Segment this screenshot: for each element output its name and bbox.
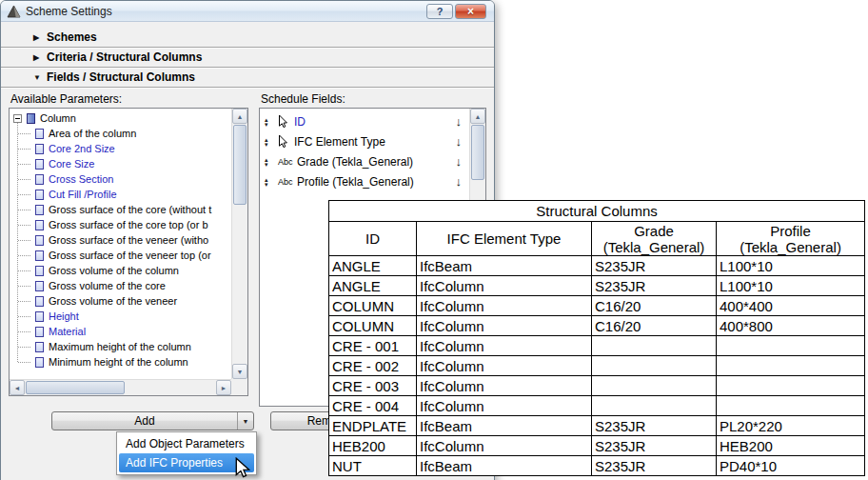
section-criteria[interactable]: ▶ Criteria / Structural Columns xyxy=(1,48,494,68)
parameter-icon xyxy=(35,190,44,200)
table-cell: IfcColumn xyxy=(417,376,592,396)
scroll-up-button[interactable]: ▲ xyxy=(470,109,485,124)
tree-item[interactable]: Gross surface of the veneer (witho xyxy=(10,232,231,248)
add-button[interactable]: Add ▼ xyxy=(51,411,254,430)
move-handle-icon[interactable]: ▴▾ xyxy=(265,117,274,127)
table-header-row: IDIFC Element TypeGrade(Tekla_General)Pr… xyxy=(329,222,865,256)
scroll-right-button[interactable]: ► xyxy=(216,380,231,395)
tree-item[interactable]: Gross surface of the core top (or b xyxy=(10,217,231,232)
tree-item[interactable]: Cut Fill /Profile xyxy=(10,187,231,202)
scrollbar-thumb[interactable] xyxy=(26,381,125,394)
down-arrow-icon[interactable]: ↓ xyxy=(456,174,463,189)
tree-item-label: Cross Section xyxy=(49,173,113,185)
parameter-tree[interactable]: Column Area of the columnCore 2nd SizeCo… xyxy=(10,109,231,379)
column-icon xyxy=(27,113,35,124)
screen: Scheme Settings ? × ▶ Schemes ▶ Criteria… xyxy=(0,0,868,480)
down-arrow-icon[interactable]: ↓ xyxy=(456,114,463,129)
tree-item[interactable]: Area of the column xyxy=(10,126,231,141)
scrollbar-corner xyxy=(231,379,247,395)
table-cell: S235JR xyxy=(592,436,717,456)
tree-item[interactable]: Gross surface of the veneer top (or xyxy=(10,248,231,263)
table-cell: COLUMN xyxy=(329,316,417,336)
parameter-tree-items: Area of the columnCore 2nd SizeCore Size… xyxy=(10,126,231,370)
table-cell: S235JR xyxy=(592,256,717,276)
cursor-icon xyxy=(278,114,291,129)
column-header-line1: Profile xyxy=(717,223,864,239)
menu-item-add-ifc-properties[interactable]: Add IFC Properties xyxy=(119,453,254,472)
table-column-header: ID xyxy=(329,222,417,256)
tree-item[interactable]: Core 2nd Size xyxy=(10,141,231,156)
table-cell: 400*400 xyxy=(717,296,865,316)
table-cell: CRE - 002 xyxy=(329,356,417,376)
section-schemes[interactable]: ▶ Schemes xyxy=(1,28,494,48)
table-row: COLUMNIfcColumnC16/20400*400 xyxy=(329,296,865,316)
table-cell xyxy=(717,336,865,356)
tree-item[interactable]: Gross volume of the column xyxy=(10,263,231,278)
table-row: CRE - 004IfcColumn xyxy=(329,396,865,416)
tree-item[interactable]: Cross Section xyxy=(10,171,231,187)
add-dropdown-arrow[interactable]: ▼ xyxy=(237,412,253,430)
schedule-field-row[interactable]: ▴▾AbcProfile (Tekla_General)↓ xyxy=(260,171,469,191)
move-handle-icon[interactable]: ▴▾ xyxy=(265,157,274,167)
tree-root-column[interactable]: Column xyxy=(10,110,231,126)
tree-item[interactable]: Minimum height of the column xyxy=(10,354,231,370)
tree-item[interactable]: Gross volume of the veneer xyxy=(10,293,231,309)
tree-item[interactable]: Core Size xyxy=(10,156,231,171)
mouse-cursor xyxy=(235,457,250,480)
table-row: CRE - 002IfcColumn xyxy=(329,356,865,376)
schedule-field-label: Grade (Tekla_General) xyxy=(297,155,413,169)
tree-item-label: Gross surface of the core top (or b xyxy=(49,219,208,230)
archicad-logo-icon xyxy=(7,5,21,18)
schedule-field-row[interactable]: ▴▾AbcGrade (Tekla_General)↓ xyxy=(260,151,469,171)
collapse-minus-icon[interactable] xyxy=(13,114,22,123)
parameter-icon xyxy=(35,174,44,185)
parameter-icon xyxy=(35,250,44,261)
parameter-icon xyxy=(35,342,44,352)
tree-item[interactable]: Height xyxy=(10,309,231,324)
table-cell: IfcColumn xyxy=(417,296,592,316)
tree-vertical-scrollbar[interactable]: ▲ ▼ xyxy=(231,109,247,379)
table-row: ANGLEIfcBeamS235JRL100*10 xyxy=(329,256,865,276)
column-header-line1: ID xyxy=(329,230,416,247)
table-cell: IfcColumn xyxy=(417,356,592,376)
scroll-left-button[interactable]: ◄ xyxy=(10,380,25,395)
table-column-header: IFC Element Type xyxy=(417,222,592,256)
move-handle-icon[interactable]: ▴▾ xyxy=(265,177,274,187)
available-parameters-panel: Column Area of the columnCore 2nd SizeCo… xyxy=(9,108,248,396)
menu-item-add-object-parameters[interactable]: Add Object Parameters xyxy=(119,434,254,453)
table-cell: PL20*220 xyxy=(717,416,865,436)
column-header-line1: IFC Element Type xyxy=(417,230,591,247)
title-bar[interactable]: Scheme Settings ? × xyxy=(1,1,494,22)
scroll-down-button[interactable]: ▼ xyxy=(232,364,247,379)
parameter-icon xyxy=(35,144,44,154)
tree-item[interactable]: Gross surface of the core (without t xyxy=(10,202,231,217)
section-fields[interactable]: ▼ Fields / Structural Columns xyxy=(1,68,494,88)
chevron-down-icon: ▼ xyxy=(33,68,41,88)
table-body: ANGLEIfcBeamS235JRL100*10ANGLEIfcColumnS… xyxy=(329,256,865,476)
column-header-line2: (Tekla_General) xyxy=(592,239,716,255)
scroll-up-button[interactable]: ▲ xyxy=(232,109,247,124)
table-cell: NUT xyxy=(329,456,417,476)
tree-horizontal-scrollbar[interactable]: ◄ ► xyxy=(10,379,231,395)
abc-icon: Abc xyxy=(278,157,296,167)
down-arrow-icon[interactable]: ↓ xyxy=(456,134,463,149)
parameter-icon xyxy=(35,327,44,337)
chevron-right-icon: ▶ xyxy=(33,48,39,68)
cursor-icon xyxy=(278,134,291,149)
tree-item[interactable]: Material xyxy=(10,324,231,339)
close-button[interactable]: × xyxy=(455,4,486,19)
tree-item-label: Cut Fill /Profile xyxy=(49,189,117,200)
move-handle-icon[interactable]: ▴▾ xyxy=(265,137,274,147)
schedule-field-row[interactable]: ▴▾IFC Element Type↓ xyxy=(260,131,469,151)
scrollbar-thumb[interactable] xyxy=(233,125,247,205)
scrollbar-thumb[interactable] xyxy=(471,125,484,180)
tree-item[interactable]: Gross volume of the core xyxy=(10,278,231,293)
table-cell: ANGLE xyxy=(329,256,417,276)
tree-item[interactable]: Maximum height of the column xyxy=(10,339,231,354)
table-row: NUTIfcBeamS235JRPD40*10 xyxy=(329,456,865,476)
schedule-field-label: ID xyxy=(294,115,306,129)
schedule-field-row[interactable]: ▴▾ID↓ xyxy=(260,111,469,131)
schedule-field-label: Profile (Tekla_General) xyxy=(297,175,414,189)
help-button[interactable]: ? xyxy=(426,4,453,19)
down-arrow-icon[interactable]: ↓ xyxy=(456,154,463,169)
